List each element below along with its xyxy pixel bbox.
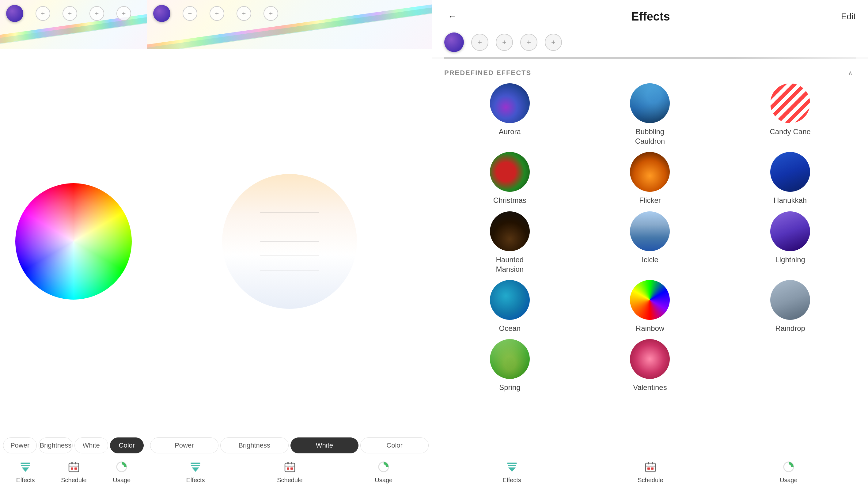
nav-usage-1[interactable]: Usage (113, 459, 130, 484)
add-device-1[interactable]: + (35, 6, 50, 21)
svg-rect-22 (507, 463, 517, 464)
device-bubble-1[interactable] (6, 5, 23, 22)
svg-rect-18 (287, 467, 289, 469)
svg-point-10 (119, 464, 124, 469)
device-bubble-2[interactable] (153, 5, 170, 22)
nav-usage-label-3: Usage (780, 477, 798, 484)
edit-button[interactable]: Edit (841, 12, 856, 22)
color-wheel[interactable] (15, 183, 132, 300)
effect-christmas[interactable]: Christmas (444, 152, 576, 205)
effects-scroll[interactable]: Aurora BubblingCauldron Candy Cane Chris… (432, 83, 868, 454)
effects-icon-2 (187, 459, 204, 475)
back-button[interactable]: ← (444, 8, 460, 25)
svg-rect-25 (646, 463, 655, 472)
strip-header-2: + + + + (147, 0, 432, 49)
white-circle-container (147, 49, 432, 434)
nav-effects-3[interactable]: Effects (502, 459, 521, 484)
effect-name-lightning: Lightning (775, 255, 805, 264)
effect-name-haunted: HauntedMansion (496, 255, 524, 274)
effect-bubbling-cauldron[interactable]: BubblingCauldron (585, 83, 716, 146)
tab-white-2[interactable]: White (290, 437, 359, 453)
nav-schedule-2[interactable]: Schedule (277, 459, 302, 484)
tab-row-1: Power Brightness White Color (3, 437, 144, 453)
effect-rainbow[interactable]: Rainbow (585, 280, 716, 333)
effect-thumb-bubbling (630, 83, 670, 123)
white-line-2 (260, 227, 319, 227)
svg-rect-1 (21, 465, 30, 466)
effect-lightning[interactable]: Lightning (724, 211, 856, 274)
effect-thumb-christmas (490, 152, 530, 192)
effects-header: ← Effects Edit (432, 0, 868, 29)
add-device-7[interactable]: + (237, 6, 251, 21)
bottom-nav-1: Power Brightness White Color Effects (0, 434, 147, 488)
svg-rect-30 (651, 467, 654, 469)
svg-rect-29 (647, 467, 650, 469)
tab-color-1[interactable]: Color (110, 437, 144, 453)
schedule-icon-1 (66, 459, 82, 475)
effect-icicle[interactable]: Icicle (585, 211, 716, 274)
color-panel: + + + + Power Brightness White Color (0, 0, 147, 488)
tab-brightness-2[interactable]: Brightness (220, 437, 289, 453)
schedule-icon-3 (643, 459, 658, 475)
add-device-4[interactable]: + (117, 6, 131, 21)
predefined-label: PREDEFINED EFFECTS (444, 69, 531, 77)
svg-marker-13 (192, 467, 199, 472)
nav-usage-3[interactable]: Usage (780, 459, 798, 484)
effect-candy-cane[interactable]: Candy Cane (724, 83, 856, 146)
nav-effects-label-3: Effects (502, 477, 521, 484)
nav-usage-2[interactable]: Usage (375, 459, 393, 484)
effect-thumb-candycane (770, 83, 810, 123)
white-circle[interactable] (222, 174, 357, 309)
add-device-2[interactable]: + (62, 6, 77, 21)
white-line-5 (260, 270, 319, 271)
collapse-button[interactable]: ∧ (845, 67, 856, 79)
eff-add-3[interactable]: + (520, 34, 537, 51)
effect-name-candycane: Candy Cane (770, 127, 810, 136)
tab-power-2[interactable]: Power (150, 437, 218, 453)
eff-add-2[interactable]: + (496, 34, 513, 51)
effect-name-christmas: Christmas (493, 195, 526, 205)
svg-rect-17 (285, 466, 295, 466)
effect-name-valentines: Valentines (633, 383, 667, 392)
nav-schedule-3[interactable]: Schedule (638, 459, 663, 484)
effect-name-hanukkah: Hanukkah (774, 195, 807, 205)
nav-icons-3: Effects Schedule (444, 458, 856, 486)
eff-add-4[interactable]: + (545, 34, 562, 51)
nav-effects-2[interactable]: Effects (186, 459, 205, 484)
add-device-6[interactable]: + (210, 6, 224, 21)
effect-haunted-mansion[interactable]: HauntedMansion (444, 211, 576, 274)
effect-name-bubbling: BubblingCauldron (635, 127, 665, 146)
effect-hanukkah[interactable]: Hanukkah (724, 152, 856, 205)
effect-valentines[interactable]: Valentines (585, 339, 716, 392)
nav-usage-label-1: Usage (113, 477, 130, 484)
usage-icon-2 (376, 459, 392, 475)
effect-flicker[interactable]: Flicker (585, 152, 716, 205)
effect-ocean[interactable]: Ocean (444, 280, 576, 333)
white-line-3 (260, 241, 319, 242)
add-device-8[interactable]: + (264, 6, 278, 21)
tab-brightness-1[interactable]: Brightness (39, 437, 72, 453)
svg-rect-19 (290, 467, 293, 469)
nav-usage-label-2: Usage (375, 477, 393, 484)
svg-rect-28 (646, 466, 655, 466)
effect-thumb-flicker (630, 152, 670, 192)
eff-device-bubble[interactable] (444, 32, 464, 52)
effect-thumb-rainbow (630, 280, 670, 320)
nav-schedule-1[interactable]: Schedule (61, 459, 86, 484)
svg-rect-3 (69, 463, 79, 472)
effect-thumb-haunted (490, 211, 530, 251)
nav-schedule-label-1: Schedule (61, 477, 86, 484)
add-device-3[interactable]: + (90, 6, 104, 21)
effect-spring[interactable]: Spring (444, 339, 576, 392)
add-device-5[interactable]: + (183, 6, 197, 21)
effect-thumb-ocean (490, 280, 530, 320)
predefined-header: PREDEFINED EFFECTS ∧ (432, 59, 868, 83)
eff-add-1[interactable]: + (471, 34, 488, 51)
tab-white-1[interactable]: White (74, 437, 108, 453)
tab-power-1[interactable]: Power (3, 437, 37, 453)
tab-color-2[interactable]: Color (360, 437, 429, 453)
nav-effects-1[interactable]: Effects (16, 459, 35, 484)
effect-raindrop[interactable]: Raindrop (724, 280, 856, 333)
effect-aurora[interactable]: Aurora (444, 83, 576, 146)
effect-thumb-icicle (630, 211, 670, 251)
